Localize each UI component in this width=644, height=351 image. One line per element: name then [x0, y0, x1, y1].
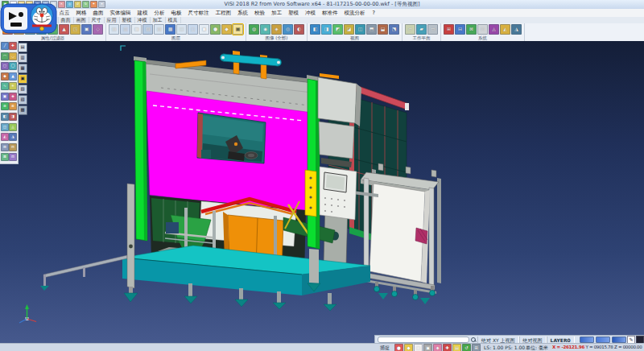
workplane-marker-icon [121, 46, 126, 51]
status-bar-bottom: 捕捉 ●◆▢▣◈✚▤↺⊞ LS: 1.00 PS: 1.00 单位: 毫米 X … [0, 343, 644, 351]
snap-toggle-8[interactable]: ⊞ [472, 344, 481, 351]
left-toolbar-icon-12[interactable]: ⊕ [1, 102, 9, 110]
snap-toggle-2[interactable]: ▢ [414, 344, 423, 351]
view-mode-icon-2[interactable]: ▦ [18, 64, 27, 73]
left-toolbar-icon-16[interactable]: ◫ [1, 123, 9, 131]
snap-toggle-7[interactable]: ↺ [462, 344, 471, 351]
snap-label: 捕捉 [380, 345, 390, 351]
left-toolbar-icon-13[interactable]: ⊗ [9, 102, 17, 110]
snap-toggle-0[interactable]: ● [394, 344, 403, 351]
left-toolbar-icon-17[interactable]: ◬ [9, 123, 17, 131]
coordinate-yz: Y = 09015.78 Z = 00000.00 [585, 345, 642, 349]
snap-toggle-6[interactable]: ▤ [452, 344, 461, 351]
doraemon-cursor [0, 0, 58, 35]
axis-triad [19, 304, 36, 323]
left-toolbar-icon-18[interactable]: ◭ [1, 133, 9, 141]
view-mode-icon-3[interactable]: ▣ [18, 74, 27, 84]
control-panel[interactable] [320, 167, 357, 220]
view-mode-icon-1[interactable]: ▥ [18, 53, 27, 63]
left-toolbar-icon-21[interactable]: ⊟ [9, 143, 17, 151]
left-toolbar-icon-4[interactable]: ▢ [1, 62, 9, 70]
left-toolbar-icon-0[interactable]: ╱ [1, 42, 9, 50]
machine-3d-model[interactable] [0, 0, 644, 351]
snap-toggle-3[interactable]: ▣ [423, 344, 432, 351]
view-mode-icon-6[interactable]: ▩ [18, 105, 27, 115]
left-toolbar-icon-14[interactable]: ◧ [1, 113, 9, 121]
front-rail [40, 255, 127, 291]
viewport-3d[interactable]: 智造资料网 [0, 41, 644, 343]
left-toolbar-icon-23[interactable]: ⊡ [9, 153, 17, 161]
left-toolbar-icon-6[interactable]: ◆ [1, 72, 9, 81]
warning-strip [305, 170, 316, 217]
scale-status[interactable]: LS: 1.00 PS: 1.00 [484, 345, 525, 350]
coordinate-x: X = -26121.96 [552, 345, 584, 349]
color-swatches [580, 337, 626, 343]
visi-application-window: ▣▢▤▥▦▧▨✕◎↺↻✦▾ VISI 2018 R2 from Vero Sof… [0, 0, 644, 351]
view-mode-icon-4[interactable]: ▧ [18, 85, 27, 94]
left-toolbar-icon-9[interactable]: ✳ [9, 82, 17, 90]
left-toolbar-icon-3[interactable]: ◡ [9, 52, 17, 60]
left-toolbar-icon-1[interactable]: ✚ [9, 42, 17, 50]
units-status[interactable]: 单位: 毫米 [526, 345, 548, 351]
swatch-2[interactable] [612, 337, 626, 343]
swatch-0[interactable] [580, 337, 594, 343]
snap-toggle-5[interactable]: ✚ [443, 344, 452, 351]
left-toolbar-icon-8[interactable]: ∿ [1, 82, 9, 90]
search-input[interactable] [378, 337, 469, 343]
snap-toggle-1[interactable]: ◆ [404, 344, 413, 351]
left-toolbar-icon-20[interactable]: ⊞ [1, 143, 9, 151]
left-toolbar-icon-5[interactable]: ◯ [9, 62, 17, 70]
left-toolbar-icon-7[interactable]: ▲ [9, 72, 17, 81]
view-mode-icon-0[interactable]: ▤ [18, 43, 27, 52]
snap-toggles: ●◆▢▣◈✚▤↺⊞ [394, 344, 481, 351]
left-toolbar-icon-15[interactable]: ◨ [9, 113, 17, 121]
left-toolbar-icon-11[interactable]: ◈ [9, 93, 17, 101]
view-mode-toolbar: ▤▥▦▣▧▨▩ [18, 43, 27, 115]
left-toolbar-icon-2[interactable]: ◠ [1, 52, 9, 60]
left-toolbar-icon-19[interactable]: ◮ [9, 133, 17, 141]
swatch-1[interactable] [596, 337, 610, 343]
left-toolbar: ╱✚◠◡▢◯◆▲∿✳▣◈⊕⊗◧◨◫◬◭◮⊞⊟⊠⊡ [0, 41, 19, 164]
left-toolbar-icon-10[interactable]: ▣ [1, 93, 9, 101]
cursor-coordinates: X = -26121.96 Y = 09015.78 Z = 00000.00 [552, 345, 642, 349]
snap-toggle-4[interactable]: ◈ [433, 344, 442, 351]
left-toolbar-icon-22[interactable]: ⊠ [1, 153, 9, 161]
search-icon[interactable] [471, 337, 476, 342]
view-mode-icon-5[interactable]: ▨ [18, 95, 27, 105]
